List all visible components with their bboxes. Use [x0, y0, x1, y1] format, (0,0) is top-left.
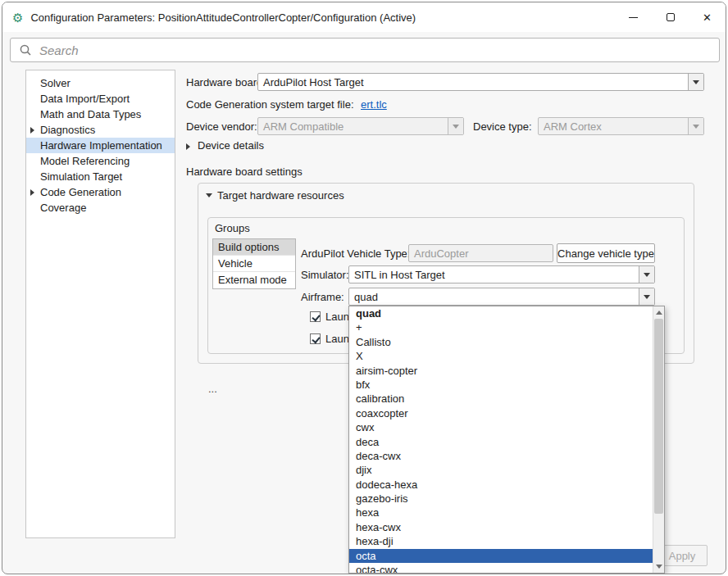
sidebar-item-hardware-implementation[interactable]: Hardware Implementation: [26, 138, 175, 153]
dropdown-option[interactable]: hexa-dji: [349, 534, 653, 548]
airframe-dropdown-list: quad + Callisto X airsim-copter bfx cali…: [348, 306, 665, 574]
dropdown-option[interactable]: Callisto: [349, 335, 653, 349]
dropdown-option[interactable]: dodeca-hexa: [349, 478, 653, 492]
vehicle-type-label: ArduPilot Vehicle Type:: [301, 247, 410, 260]
simulator-value: SITL in Host Target: [349, 269, 639, 281]
dropdown-option[interactable]: deca: [349, 435, 653, 449]
config-parameters-dialog: ⚙ Configuration Parameters: PositionAtti…: [2, 2, 726, 574]
tree-collapsed-icon[interactable]: [30, 127, 34, 134]
more-settings-ellipsis: ...: [208, 383, 217, 395]
chevron-down-icon: [688, 118, 703, 134]
device-vendor-select: ARM Compatible: [257, 117, 464, 135]
search-bar: [10, 38, 720, 62]
minimize-icon: [629, 17, 638, 18]
window-title: Configuration Parameters: PositionAttitu…: [30, 11, 416, 24]
dropdown-option-selected[interactable]: octa: [349, 549, 653, 563]
sidebar-item-simulation-target[interactable]: Simulation Target: [26, 169, 175, 184]
scroll-up-icon[interactable]: [653, 306, 664, 319]
expander-expanded-icon[interactable]: [206, 193, 212, 197]
dropdown-option[interactable]: bfx: [349, 378, 653, 392]
sidebar-item-label: Code Generation: [40, 186, 121, 198]
maximize-button[interactable]: [652, 2, 689, 32]
target-hardware-resources-title[interactable]: Target hardware resources: [217, 189, 344, 202]
dropdown-option[interactable]: cwx: [349, 420, 653, 434]
device-vendor-label: Device vendor:: [186, 120, 257, 133]
hardware-board-label: Hardware board:: [186, 76, 266, 88]
device-type-value: ARM Cortex: [539, 120, 688, 133]
dropdown-option[interactable]: gazebo-iris: [349, 492, 653, 506]
title-bar: ⚙ Configuration Parameters: PositionAtti…: [2, 2, 726, 32]
sidebar-item-solver[interactable]: Solver: [26, 75, 175, 91]
checkbox-checked-icon[interactable]: [310, 333, 321, 344]
airframe-label: Airframe:: [301, 291, 344, 303]
chevron-down-icon[interactable]: [639, 266, 654, 283]
sidebar-item-model-referencing[interactable]: Model Referencing: [26, 153, 175, 169]
dropdown-option[interactable]: airsim-copter: [349, 364, 653, 378]
sidebar-item-code-generation[interactable]: Code Generation: [26, 184, 175, 200]
dropdown-option[interactable]: djix: [349, 463, 653, 477]
system-target-file-label: Code Generation system target file:: [186, 98, 354, 111]
chevron-down-icon[interactable]: [639, 288, 654, 305]
groups-label: Groups: [215, 222, 250, 234]
dropdown-option[interactable]: coaxcopter: [349, 406, 653, 420]
sidebar-item-diagnostics[interactable]: Diagnostics: [26, 122, 175, 138]
search-icon: [19, 43, 32, 57]
tree-collapsed-icon[interactable]: [30, 189, 34, 196]
sidebar-item-data-import-export[interactable]: Data Import/Export: [26, 91, 175, 107]
sidebar-item-math-and-data-types[interactable]: Math and Data Types: [26, 107, 175, 122]
device-vendor-value: ARM Compatible: [258, 120, 448, 133]
close-button[interactable]: ✕: [689, 2, 726, 32]
scrollbar-thumb[interactable]: [654, 319, 663, 514]
device-details-expander[interactable]: Device details: [198, 139, 264, 152]
dropdown-option[interactable]: hexa: [349, 506, 653, 519]
dropdown-option[interactable]: deca-cwx: [349, 449, 653, 463]
groups-item-build-options[interactable]: Build options: [213, 239, 295, 256]
dropdown-option[interactable]: quad: [349, 306, 653, 320]
chevron-down-icon[interactable]: [688, 74, 703, 90]
scroll-down-icon[interactable]: [653, 560, 664, 573]
dropdown-option[interactable]: calibration: [349, 392, 653, 406]
airframe-dropdown-items: quad + Callisto X airsim-copter bfx cali…: [349, 306, 653, 573]
hardware-board-settings-heading: Hardware board settings: [186, 166, 303, 178]
airframe-value: quad: [349, 291, 639, 303]
dropdown-scrollbar[interactable]: [653, 306, 664, 573]
dropdown-option[interactable]: +: [349, 320, 653, 334]
gear-icon: ⚙: [12, 11, 23, 24]
groups-item-external-mode[interactable]: External mode: [213, 272, 295, 288]
device-type-select: ARM Cortex: [538, 117, 704, 135]
chevron-down-icon: [448, 118, 463, 134]
maximize-icon: [667, 13, 675, 21]
category-tree: Solver Data Import/Export Math and Data …: [25, 70, 175, 538]
device-type-label: Device type:: [473, 120, 532, 133]
change-vehicle-type-button[interactable]: Change vehicle type: [557, 243, 655, 263]
expander-collapsed-icon[interactable]: [186, 143, 190, 150]
hardware-board-value: ArduPilot Host Target: [258, 76, 688, 88]
airframe-select[interactable]: quad: [348, 288, 655, 306]
dropdown-option[interactable]: hexa-cwx: [349, 520, 653, 534]
sidebar-item-coverage[interactable]: Coverage: [26, 200, 175, 215]
search-input[interactable]: [39, 43, 367, 57]
dropdown-option[interactable]: octa-cwx: [349, 563, 653, 573]
sidebar-item-label: Diagnostics: [40, 124, 95, 136]
hardware-board-select[interactable]: ArduPilot Host Target: [257, 73, 704, 91]
vehicle-type-field: ArduCopter: [408, 244, 553, 262]
minimize-button[interactable]: [615, 2, 652, 32]
checkbox-checked-icon[interactable]: [310, 311, 321, 322]
simulator-label: Simulator:: [301, 269, 349, 281]
dropdown-option[interactable]: X: [349, 349, 653, 363]
simulator-select[interactable]: SITL in Host Target: [348, 265, 655, 283]
groups-item-vehicle[interactable]: Vehicle: [213, 256, 295, 272]
window-controls: ✕: [615, 2, 726, 32]
system-target-file-link[interactable]: ert.tlc: [361, 98, 387, 111]
groups-list: Build options Vehicle External mode: [212, 238, 296, 289]
close-icon: ✕: [703, 12, 712, 23]
